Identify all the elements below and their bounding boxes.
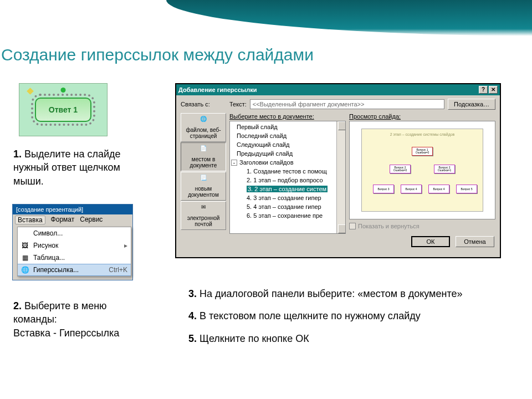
tree-item[interactable]: 5. 4 этап – создание гипер [231, 202, 344, 211]
tree-item[interactable]: 6. 5 этап – сохранение пре [231, 211, 344, 220]
steps-right: 3. На диалоговой панели выберите: «место… [188, 287, 488, 354]
preview-node: Вопрос 2Ошибка=0 [390, 165, 411, 173]
rotate-handle-icon[interactable] [61, 88, 66, 93]
preview-node: Вопрос 4 [401, 185, 422, 193]
adjust-handle-icon[interactable] [27, 88, 34, 95]
preview-label: Просмотр слайда: [349, 113, 495, 120]
hyperlink-dialog: Добавление гиперссылки ? ✕ Связать с: Те… [175, 83, 501, 258]
step-2-text: 2. Выберите в меню команды: Вставка - Ги… [13, 299, 146, 340]
menu-item-symbol[interactable]: Символ... [18, 227, 131, 239]
tree-item[interactable]: 2. 1 этап – подбор вопросо [231, 176, 344, 185]
help-button[interactable]: ? [479, 86, 488, 94]
text-label: Текст: [229, 101, 247, 108]
tree-vscrollbar[interactable] [336, 121, 345, 233]
place-in-doc-icon: 📄 [198, 145, 209, 155]
dropdown-menu: Символ... 🖼 Рисунок ▦ Таблица... 🌐 Гипер… [17, 227, 131, 277]
show-return-checkbox [349, 223, 356, 229]
preview-slide-title: 2 этап – создание системы слайдов [362, 129, 483, 136]
sidebar-item-new-doc[interactable]: 📃 новым документом [181, 172, 226, 201]
preview-node: Вопрос 3 [373, 185, 394, 193]
sidebar-item-email[interactable]: ✉ электронной почтой [181, 201, 226, 230]
show-return-label: Показать и вернуться [358, 223, 420, 229]
tree-item[interactable]: 1. Создание тестов с помощ [231, 167, 344, 176]
cancel-button[interactable]: Отмена [456, 236, 494, 247]
background-swoosh [166, 0, 532, 36]
symbol-icon [20, 229, 30, 238]
email-icon: ✉ [198, 204, 209, 214]
menu-item-picture[interactable]: 🖼 Рисунок [18, 239, 131, 252]
close-button[interactable]: ✕ [489, 86, 498, 94]
new-doc-icon: 📃 [198, 175, 209, 185]
menu-bar: Вставка Формат Сервис [13, 214, 132, 226]
slide-preview: 2 этап – создание системы слайдов Вопрос… [349, 121, 495, 219]
sidebar-item-file-web[interactable]: 🌐 файлом, веб-страницей [181, 113, 226, 142]
tree-item[interactable]: 4. 3 этап – создание гипер [231, 193, 344, 202]
sidebar-item-place-in-doc[interactable]: 📄 местом в документе [181, 142, 226, 171]
file-web-icon: 🌐 [198, 116, 209, 126]
answer-shape[interactable]: Ответ 1 [35, 98, 91, 122]
picture-icon: 🖼 [20, 241, 30, 250]
page-title: Создание гиперссылок между слайдами [1, 45, 314, 64]
preview-node: Вопрос 2Ошибка=1 [434, 165, 455, 173]
step-1-text: 1. Выделите на слайде нужный ответ щелчк… [13, 147, 152, 188]
collapse-icon[interactable]: - [231, 160, 237, 166]
insert-menu-screenshot: [создание презентаций] Вставка Формат Се… [12, 204, 133, 280]
shortcut-text: Ctrl+K [109, 266, 127, 274]
globe-link-icon: 🌐 [20, 265, 30, 274]
table-icon: ▦ [20, 253, 30, 262]
menu-format[interactable]: Формат [51, 216, 75, 224]
slide-tree[interactable]: Первый слайд Последний слайд Следующий с… [229, 121, 346, 234]
link-type-sidebar: 🌐 файлом, веб-страницей 📄 местом в докум… [181, 113, 226, 234]
dialog-titlebar: Добавление гиперссылки ? ✕ [176, 84, 500, 95]
place-label: Выберите место в документе: [229, 113, 346, 120]
text-field[interactable]: <<Выделенный фрагмент документа>> [250, 99, 444, 109]
link-with-label: Связать с: [181, 101, 226, 108]
tree-item-selected[interactable]: 3. 2 этап – создание систем [231, 185, 344, 193]
preview-node: Вопрос 4 [428, 185, 449, 193]
menu-service[interactable]: Сервис [80, 216, 103, 224]
answer-shape-label: Ответ 1 [49, 105, 78, 114]
answer-shape-container: Ответ 1 [19, 83, 108, 136]
ok-button[interactable]: ОК [411, 236, 450, 247]
menu-item-table[interactable]: ▦ Таблица... [18, 252, 131, 264]
preview-node: Вопрос 5 [456, 185, 477, 193]
app-title-bar: [создание презентаций] [13, 204, 132, 214]
hint-button[interactable]: Подсказка… [448, 99, 495, 110]
preview-node: Вопрос 1Ошибка=0 [412, 147, 433, 156]
menu-item-hyperlink[interactable]: 🌐 Гиперссылка... Ctrl+K [18, 264, 131, 276]
dialog-title: Добавление гиперссылки [178, 86, 257, 93]
menu-insert[interactable]: Вставка [15, 216, 45, 224]
